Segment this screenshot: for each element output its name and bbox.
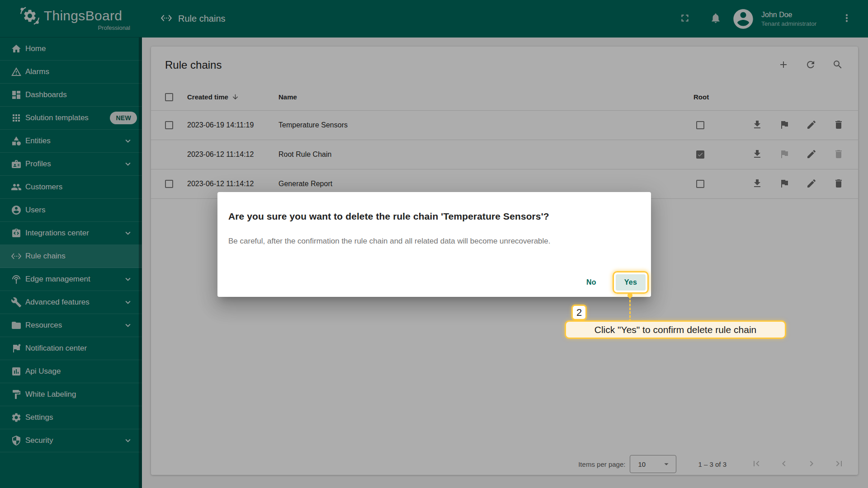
annotation-connector-dot (627, 293, 632, 298)
annotation-connector-line (629, 296, 631, 322)
delete-confirmation-dialog: Are you sure you want to delete the rule… (217, 192, 651, 297)
yes-button-label: Yes (624, 278, 637, 286)
dialog-title: Are you sure you want to delete the rule… (228, 192, 640, 222)
annotation-step-number: 2 (571, 305, 587, 320)
annotation-tooltip: Click "Yes" to confirm delete rule chain (565, 320, 786, 339)
no-button[interactable]: No (578, 274, 605, 291)
yes-button[interactable]: Yes (616, 274, 646, 291)
dialog-message: Be careful, after the confirmation the r… (228, 237, 640, 246)
